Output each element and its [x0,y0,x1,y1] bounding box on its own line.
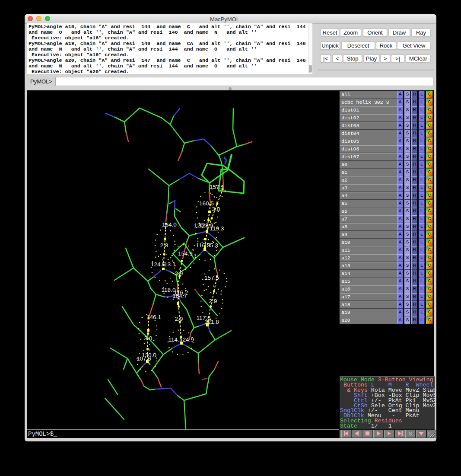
svg-text:125.3: 125.3 [203,242,218,249]
svg-text:154.9: 154.9 [178,250,193,257]
svg-text:3.0: 3.0 [212,206,220,212]
svg-text:124.9: 124.9 [179,336,194,343]
svg-text:121.8: 121.8 [204,319,219,325]
svg-text:107.6: 107.6 [137,355,151,362]
svg-text:157.1: 157.1 [210,184,224,190]
svg-text:119.3: 119.3 [210,225,224,232]
svg-text:2.9: 2.9 [175,270,183,277]
svg-text:157.5: 157.5 [204,275,219,281]
svg-text:146.1: 146.1 [146,314,161,320]
svg-text:3.0: 3.0 [144,335,153,342]
svg-text:164.0: 164.0 [162,221,177,228]
svg-text:2.9: 2.9 [175,316,183,322]
svg-text:164.7: 164.7 [172,293,187,299]
svg-text:2.9: 2.9 [209,298,217,304]
svg-text:2.8: 2.8 [160,242,169,249]
svg-text:113.1: 113.1 [162,261,176,268]
svg-text:118.0: 118.0 [162,287,176,293]
